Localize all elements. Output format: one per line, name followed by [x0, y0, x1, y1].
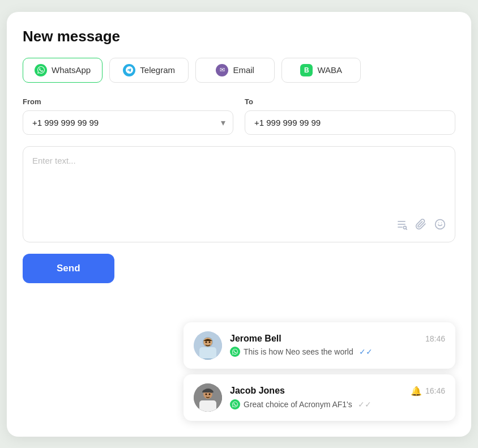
- jacob-wa-icon: [230, 399, 240, 409]
- tab-whatsapp[interactable]: WhatsApp: [23, 58, 103, 83]
- message-area-wrapper: [23, 146, 455, 242]
- waba-label: WABA: [317, 65, 342, 75]
- send-button[interactable]: Send: [23, 254, 114, 283]
- svg-line-4: [406, 228, 407, 229]
- contact-cards: Jerome Bell 18:46 This is how Neo sees t…: [183, 322, 455, 421]
- from-select[interactable]: +1 999 999 99 99: [23, 110, 233, 135]
- jerome-message: This is how Neo sees the world ✓✓: [230, 347, 445, 357]
- contact-info-jerome: Jerome Bell 18:46 This is how Neo sees t…: [230, 334, 445, 357]
- jacob-time-bell: 🔔 16:46: [411, 386, 445, 396]
- whatsapp-icon: [35, 64, 47, 76]
- message-textarea[interactable]: [32, 156, 446, 212]
- to-input[interactable]: [245, 110, 455, 135]
- email-label: Email: [233, 65, 254, 75]
- jacob-msg-text: Great choice of Acronym AF1's: [244, 400, 352, 409]
- from-to-row: From +1 999 999 99 99 To: [23, 97, 455, 135]
- template-icon[interactable]: [396, 219, 407, 233]
- from-label: From: [23, 97, 233, 106]
- whatsapp-label: WhatsApp: [52, 65, 91, 75]
- tab-waba[interactable]: B WABA: [281, 58, 361, 83]
- waba-icon: B: [300, 64, 313, 76]
- jerome-wa-icon: [230, 347, 240, 357]
- new-message-card: New message WhatsApp Telegram ✉ Email B: [7, 12, 471, 437]
- svg-rect-14: [199, 347, 216, 359]
- svg-point-18: [209, 393, 211, 395]
- svg-point-12: [206, 341, 207, 343]
- jacob-check: ✓✓: [358, 400, 372, 409]
- bell-icon: 🔔: [411, 386, 422, 396]
- contact-info-jacob: Jacob Jones 🔔 16:46 Great choice of Acro…: [230, 386, 445, 409]
- page-title: New message: [23, 28, 455, 45]
- message-toolbar: [32, 219, 446, 233]
- telegram-icon: [123, 64, 135, 76]
- jacob-name-row: Jacob Jones 🔔 16:46: [230, 386, 445, 396]
- svg-rect-19: [199, 400, 216, 412]
- jerome-check: ✓✓: [359, 347, 373, 356]
- jacob-name: Jacob Jones: [230, 386, 285, 396]
- attach-icon[interactable]: [415, 219, 426, 233]
- from-group: From +1 999 999 99 99: [23, 97, 233, 135]
- channel-tabs: WhatsApp Telegram ✉ Email B WABA: [23, 58, 455, 83]
- from-select-wrapper: +1 999 999 99 99: [23, 110, 233, 135]
- contact-card-jacob[interactable]: Jacob Jones 🔔 16:46 Great choice of Acro…: [183, 374, 455, 421]
- svg-point-11: [203, 338, 212, 347]
- jacob-message: Great choice of Acronym AF1's ✓✓: [230, 399, 445, 409]
- svg-point-3: [403, 226, 406, 229]
- to-group: To: [245, 97, 455, 135]
- svg-point-17: [206, 393, 207, 395]
- telegram-label: Telegram: [140, 65, 175, 75]
- tab-telegram[interactable]: Telegram: [109, 58, 189, 83]
- svg-point-13: [209, 341, 211, 343]
- svg-point-5: [436, 219, 445, 229]
- tab-email[interactable]: ✉ Email: [195, 58, 275, 83]
- jerome-name-row: Jerome Bell 18:46: [230, 334, 445, 344]
- email-icon: ✉: [216, 64, 228, 76]
- to-label: To: [245, 97, 455, 106]
- avatar-jacob: [194, 383, 222, 412]
- jerome-name: Jerome Bell: [230, 334, 281, 344]
- avatar-jerome: [194, 331, 222, 360]
- contact-card-jerome[interactable]: Jerome Bell 18:46 This is how Neo sees t…: [183, 322, 455, 369]
- jerome-time: 18:46: [425, 334, 445, 343]
- jerome-msg-text: This is how Neo sees the world: [244, 347, 353, 356]
- emoji-icon[interactable]: [434, 219, 446, 233]
- jacob-time: 16:46: [425, 386, 445, 395]
